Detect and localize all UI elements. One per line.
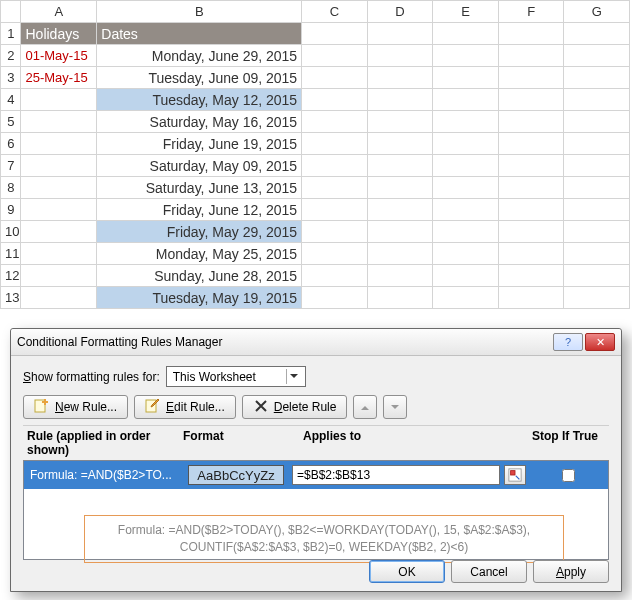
apply-button[interactable]: Apply: [533, 560, 609, 583]
col-header-G[interactable]: G: [564, 1, 630, 23]
ok-button[interactable]: OK: [369, 560, 445, 583]
row-header-9[interactable]: 9: [1, 199, 21, 221]
row-header-10[interactable]: 10: [1, 221, 21, 243]
formula-callout: Formula: =AND($B2>TODAY(), $B2<=WORKDAY(…: [84, 515, 564, 563]
col-header-F[interactable]: F: [498, 1, 564, 23]
cell-A3[interactable]: 25-May-15: [21, 67, 97, 89]
cell-B13[interactable]: Tuesday, May 19, 2015: [97, 287, 302, 309]
cell-B6[interactable]: Friday, June 19, 2015: [97, 133, 302, 155]
cell-B1[interactable]: Dates: [97, 23, 302, 45]
dialog-titlebar[interactable]: Conditional Formatting Rules Manager ? ✕: [11, 329, 621, 356]
cell-C1[interactable]: [302, 23, 368, 45]
cell-B10[interactable]: Friday, May 29, 2015: [97, 221, 302, 243]
new-rule-icon: [34, 398, 50, 417]
col-header-D[interactable]: D: [367, 1, 433, 23]
chevron-down-icon: [286, 369, 301, 384]
row-header-2[interactable]: 2: [1, 45, 21, 67]
show-rules-for-value: This Worksheet: [173, 370, 256, 384]
cell-B8[interactable]: Saturday, June 13, 2015: [97, 177, 302, 199]
row-header-13[interactable]: 13: [1, 287, 21, 309]
cell-B12[interactable]: Sunday, June 28, 2015: [97, 265, 302, 287]
cell-B5[interactable]: Saturday, May 16, 2015: [97, 111, 302, 133]
select-all-corner[interactable]: [1, 1, 21, 23]
rules-list-header: Rule (applied in order shown) Format App…: [23, 425, 609, 460]
col-header-A[interactable]: A: [21, 1, 97, 23]
row-header-5[interactable]: 5: [1, 111, 21, 133]
window-close-button[interactable]: ✕: [585, 333, 615, 351]
row-header-8[interactable]: 8: [1, 177, 21, 199]
rule-format-preview: AaBbCcYyZz: [188, 465, 284, 485]
cell-F1[interactable]: [498, 23, 564, 45]
range-selector-icon: [508, 468, 522, 482]
row-header-3[interactable]: 3: [1, 67, 21, 89]
cell-A1[interactable]: Holidays: [21, 23, 97, 45]
row-header-4[interactable]: 4: [1, 89, 21, 111]
row-header-11[interactable]: 11: [1, 243, 21, 265]
edit-rule-button[interactable]: Edit Rule...: [134, 395, 236, 419]
cell-B9[interactable]: Friday, June 12, 2015: [97, 199, 302, 221]
spreadsheet-grid[interactable]: A B C D E F G 1 Holidays Dates 2 01-May-…: [0, 0, 630, 309]
rules-list[interactable]: Formula: =AND($B2>TO... AaBbCcYyZz Formu…: [23, 460, 609, 560]
rule-name: Formula: =AND($B2>TO...: [30, 468, 180, 482]
show-rules-for-label: Show formatting rules for:: [23, 370, 160, 384]
window-help-button[interactable]: ?: [553, 333, 583, 351]
triangle-up-icon: [361, 402, 369, 410]
stop-if-true-checkbox[interactable]: [562, 469, 575, 482]
row-header-1[interactable]: 1: [1, 23, 21, 45]
edit-rule-icon: [145, 398, 161, 417]
triangle-down-icon: [391, 405, 399, 413]
cell-A2[interactable]: 01-May-15: [21, 45, 97, 67]
col-header-B[interactable]: B: [97, 1, 302, 23]
delete-rule-button[interactable]: Delete Rule: [242, 395, 348, 419]
row-header-12[interactable]: 12: [1, 265, 21, 287]
range-selector-button[interactable]: [504, 465, 526, 485]
cf-rules-manager-dialog: Conditional Formatting Rules Manager ? ✕…: [10, 328, 622, 592]
svg-rect-4: [511, 471, 515, 475]
dialog-title: Conditional Formatting Rules Manager: [17, 335, 551, 349]
show-rules-for-combo[interactable]: This Worksheet: [166, 366, 306, 387]
new-rule-button[interactable]: NNew Rule...ew Rule...: [23, 395, 128, 419]
move-up-button[interactable]: [353, 395, 377, 419]
col-header-E[interactable]: E: [433, 1, 499, 23]
cell-B2[interactable]: Monday, June 29, 2015: [97, 45, 302, 67]
row-header-7[interactable]: 7: [1, 155, 21, 177]
delete-rule-icon: [253, 398, 269, 417]
move-down-button[interactable]: [383, 395, 407, 419]
applies-to-input[interactable]: [292, 465, 500, 485]
row-header-6[interactable]: 6: [1, 133, 21, 155]
cell-E1[interactable]: [433, 23, 499, 45]
rule-row[interactable]: Formula: =AND($B2>TO... AaBbCcYyZz: [24, 461, 608, 489]
cell-B7[interactable]: Saturday, May 09, 2015: [97, 155, 302, 177]
cell-B4[interactable]: Tuesday, May 12, 2015: [97, 89, 302, 111]
col-header-C[interactable]: C: [302, 1, 368, 23]
cancel-button[interactable]: Cancel: [451, 560, 527, 583]
cell-D1[interactable]: [367, 23, 433, 45]
cell-G1[interactable]: [564, 23, 630, 45]
cell-B3[interactable]: Tuesday, June 09, 2015: [97, 67, 302, 89]
stop-if-true-cell: [534, 466, 602, 485]
cell-B11[interactable]: Monday, May 25, 2015: [97, 243, 302, 265]
